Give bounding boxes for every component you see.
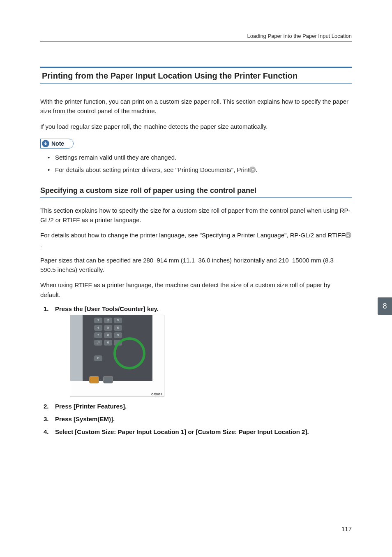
note-label: Note xyxy=(51,140,64,147)
sub-section-title: Specifying a custom size roll of paper u… xyxy=(40,186,352,198)
sub-paragraph-2: For details about how to change the prin… xyxy=(40,230,352,250)
highlight-ring-icon xyxy=(113,337,145,369)
step-item: Press [Printer Features]. xyxy=(40,403,352,410)
panel-button xyxy=(103,376,113,383)
figure-wrap: 123 456 789 ./*0 C CJS039 xyxy=(70,315,352,397)
sub-paragraph-3: Paper sizes that can be specified are 28… xyxy=(40,255,352,275)
figure-code: CJS039 xyxy=(151,393,162,396)
note-callout: Note xyxy=(40,139,74,149)
page-number: 117 xyxy=(341,525,352,532)
control-panel-figure: 123 456 789 ./*0 C CJS039 xyxy=(70,315,164,397)
sub-paragraph-4: When using RTIFF as a printer language, … xyxy=(40,280,352,299)
user-tools-key-icon xyxy=(89,376,99,383)
step-item: Press [System(EM)]. xyxy=(40,415,352,422)
note-arrow-icon xyxy=(42,140,49,147)
breadcrumb: Loading Paper into the Paper Input Locat… xyxy=(247,33,352,39)
steps-list: Press the [User Tools/Counter] key. 123 … xyxy=(40,305,352,435)
section-title: Printing from the Paper Input Location U… xyxy=(40,67,352,84)
step-item: Press the [User Tools/Counter] key. 123 … xyxy=(40,305,352,397)
disc-icon xyxy=(345,232,351,238)
disc-icon xyxy=(249,167,256,173)
note-item: For details about setting printer driver… xyxy=(55,165,352,175)
note-list: Settings remain valid until they are cha… xyxy=(40,153,352,175)
note-item: Settings remain valid until they are cha… xyxy=(55,153,352,162)
page-header: Loading Paper into the Paper Input Locat… xyxy=(40,33,352,42)
intro-paragraph-1: With the printer function, you can print… xyxy=(40,97,352,116)
intro-paragraph-2: If you load regular size paper roll, the… xyxy=(40,122,352,131)
step-item: Select [Custom Size: Paper Input Locatio… xyxy=(40,428,352,435)
sub-paragraph-1: This section explains how to specify the… xyxy=(40,206,352,225)
chapter-tab: 8 xyxy=(378,297,392,315)
